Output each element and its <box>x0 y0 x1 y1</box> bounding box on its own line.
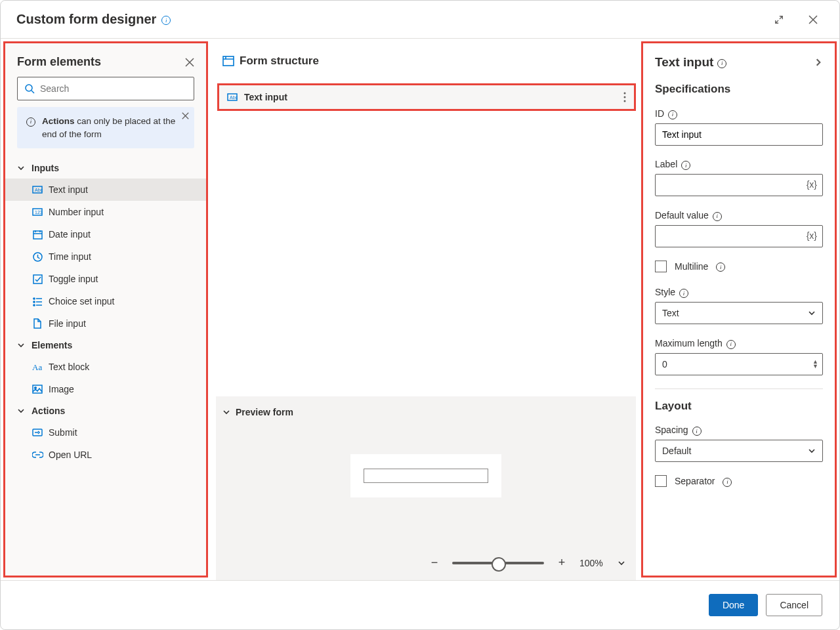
zoom-in-button[interactable]: + <box>555 556 569 570</box>
svg-point-19 <box>624 96 626 98</box>
info-icon: i <box>26 115 35 127</box>
element-tree: Inputs AbcText input 123Number input Dat… <box>5 158 206 474</box>
tree-item-text-block[interactable]: AaText block <box>5 356 206 378</box>
svg-text:Abc: Abc <box>230 95 238 100</box>
field-label: Labeli {x} <box>655 159 823 197</box>
form-elements-panel: Form elements i Actions can only be plac… <box>3 41 208 578</box>
svg-point-13 <box>35 387 37 389</box>
cancel-button[interactable]: Cancel <box>766 594 822 616</box>
info-icon[interactable]: i <box>679 287 688 299</box>
submit-icon <box>32 429 43 436</box>
multiline-checkbox[interactable]: Multiline i <box>655 261 823 272</box>
tree-item-date-input[interactable]: Date input <box>5 223 206 245</box>
form-elements-title: Form elements <box>17 55 101 69</box>
center-column: Form structure Abc Text input Preview fo… <box>211 39 641 580</box>
field-spacing: Spacingi Default <box>655 425 823 463</box>
checkbox-icon <box>655 261 667 272</box>
default-input[interactable]: {x} <box>655 225 823 247</box>
preview-panel: Preview form − + 100% <box>216 396 636 580</box>
number-input-icon: 123 <box>32 207 43 217</box>
form-elements-header: Form elements <box>5 43 206 77</box>
chevron-down-icon[interactable] <box>618 559 625 567</box>
svg-rect-15 <box>223 56 234 66</box>
info-icon[interactable]: i <box>161 14 171 26</box>
svg-text:123: 123 <box>35 210 43 215</box>
tree-item-image[interactable]: Image <box>5 378 206 400</box>
page-title: Custom form designer <box>16 12 156 27</box>
preview-heading[interactable]: Preview form <box>216 396 636 428</box>
info-icon[interactable]: i <box>692 425 702 436</box>
spinner-arrows-icon[interactable]: ▲▼ <box>812 360 818 369</box>
close-panel-icon[interactable] <box>185 58 194 67</box>
variable-icon[interactable]: {x} <box>801 179 822 191</box>
svg-point-0 <box>26 85 32 91</box>
svg-rect-5 <box>33 231 42 239</box>
form-icon <box>222 56 234 66</box>
footer: Done Cancel <box>1 580 839 629</box>
field-maxlength: Maximum lengthi 0▲▼ <box>655 337 823 375</box>
preview-text-input[interactable] <box>364 469 488 483</box>
svg-point-18 <box>624 93 626 94</box>
structure-item-label: Text input <box>244 92 287 102</box>
tree-item-label: Toggle input <box>49 274 98 284</box>
chevron-down-icon <box>17 407 25 415</box>
tree-item-label: Date input <box>49 229 91 240</box>
expand-icon[interactable] <box>768 9 789 30</box>
text-input-icon: Abc <box>227 93 238 102</box>
info-icon[interactable]: i <box>723 475 732 487</box>
label-input[interactable]: {x} <box>655 174 823 196</box>
dismiss-banner-icon[interactable] <box>182 112 189 119</box>
info-icon[interactable]: i <box>713 209 722 221</box>
info-icon[interactable]: i <box>717 56 726 68</box>
zoom-out-button[interactable]: − <box>427 556 442 570</box>
svg-rect-7 <box>33 275 42 284</box>
tree-item-number-input[interactable]: 123Number input <box>5 201 206 223</box>
structure-item-text-input[interactable]: Abc Text input <box>217 83 636 111</box>
tree-item-file-input[interactable]: File input <box>5 312 206 335</box>
banner-text: Actions can only be placed at the end of… <box>42 115 185 140</box>
tree-item-label: Open URL <box>49 450 92 460</box>
search-icon <box>24 83 35 94</box>
info-icon[interactable]: i <box>681 159 690 171</box>
section-label: Inputs <box>32 163 59 173</box>
list-icon <box>32 297 43 306</box>
more-icon[interactable] <box>623 92 626 102</box>
link-icon <box>32 451 43 459</box>
tree-item-label: File input <box>49 318 86 329</box>
info-banner: i Actions can only be placed at the end … <box>17 107 194 148</box>
tree-item-text-input[interactable]: AbcText input <box>5 178 206 201</box>
close-icon[interactable] <box>803 9 824 30</box>
maxlength-input[interactable]: 0▲▼ <box>655 353 823 375</box>
spacing-select[interactable]: Default <box>655 440 823 462</box>
tree-item-label: Number input <box>49 207 104 217</box>
separator-checkbox[interactable]: Separator i <box>655 475 823 487</box>
style-select[interactable]: Text <box>655 302 823 324</box>
zoom-slider[interactable] <box>452 562 544 564</box>
chevron-down-icon <box>808 447 816 455</box>
variable-icon[interactable]: {x} <box>801 230 822 242</box>
id-input[interactable] <box>655 123 823 146</box>
tree-item-toggle-input[interactable]: Toggle input <box>5 268 206 290</box>
chevron-down-icon <box>17 341 25 349</box>
tree-item-time-input[interactable]: Time input <box>5 245 206 268</box>
info-icon[interactable]: i <box>716 261 725 272</box>
tree-item-choice-set-input[interactable]: Choice set input <box>5 290 206 312</box>
chevron-right-icon[interactable] <box>814 58 823 67</box>
maxlength-label: Maximum length <box>655 338 723 348</box>
info-icon[interactable]: i <box>668 108 677 119</box>
info-icon[interactable]: i <box>726 337 736 349</box>
tree-section-elements[interactable]: Elements <box>5 335 206 356</box>
chevron-down-icon <box>17 164 25 172</box>
done-button[interactable]: Done <box>709 594 758 616</box>
tree-section-inputs[interactable]: Inputs <box>5 158 206 178</box>
tree-item-submit[interactable]: Submit <box>5 421 206 444</box>
text-input-icon: Abc <box>32 185 43 194</box>
tree-item-label: Choice set input <box>49 296 114 306</box>
specifications-heading: Specifications <box>655 83 823 96</box>
id-label: ID <box>655 108 664 119</box>
search-input[interactable] <box>17 77 194 100</box>
section-label: Actions <box>32 406 65 416</box>
tree-section-actions[interactable]: Actions <box>5 400 206 421</box>
search-field[interactable] <box>40 83 187 94</box>
tree-item-open-url[interactable]: Open URL <box>5 444 206 466</box>
